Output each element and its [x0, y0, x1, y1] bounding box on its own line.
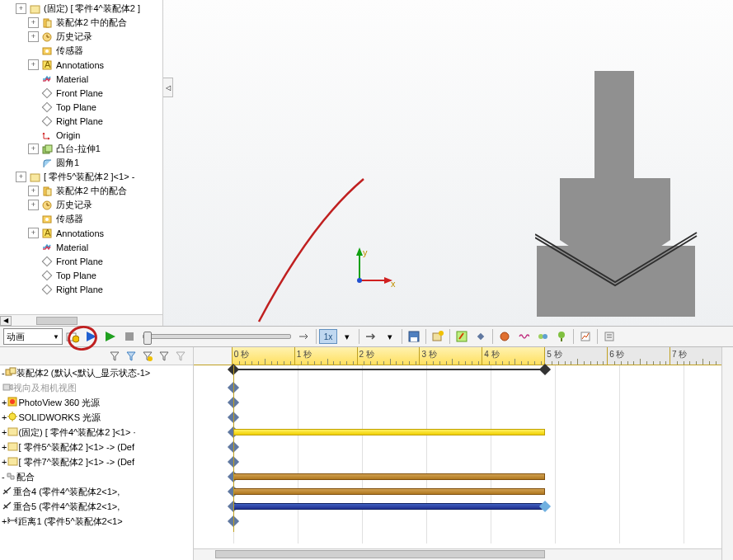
- tree-item[interactable]: Right Plane: [0, 282, 162, 296]
- tree-item[interactable]: +(固定) [ 零件4^装配体2 ]: [0, 2, 162, 16]
- tree-item[interactable]: Front Plane: [0, 254, 162, 268]
- autokey-button[interactable]: [453, 327, 471, 346]
- timeline-v-scrollbar[interactable]: [721, 347, 733, 560]
- motion-tree-item[interactable]: 视向及相机视图: [0, 380, 193, 395]
- tree-item[interactable]: Material: [0, 240, 162, 254]
- study-type-combo[interactable]: 动画▼: [3, 328, 63, 345]
- expand-icon[interactable]: +: [28, 200, 39, 210]
- tree-item[interactable]: 传感器: [0, 44, 162, 58]
- tree-item[interactable]: 圆角1: [0, 156, 162, 170]
- filter-sel-icon[interactable]: [157, 349, 172, 364]
- loop-dd-button[interactable]: ▾: [381, 327, 399, 346]
- timeline-bar[interactable]: [233, 473, 545, 480]
- addkey-button[interactable]: [472, 327, 490, 346]
- animation-wizard-button[interactable]: [429, 327, 447, 346]
- svg-rect-62: [8, 443, 17, 450]
- motion-tree-item[interactable]: 重合4 (零件4^装配体2<1>,: [0, 484, 193, 499]
- motion-tree-item[interactable]: +[ 零件7^装配体2 ]<1> -> (Def: [0, 454, 193, 469]
- 3d-viewport[interactable]: ◁ y x: [163, 0, 733, 326]
- ruler-segment[interactable]: 1 秒: [295, 347, 358, 365]
- loop-button[interactable]: [362, 327, 380, 346]
- timeline-row[interactable]: [194, 425, 733, 440]
- motion-tree-item[interactable]: +[ 零件5^装配体2 ]<1> -> (Def: [0, 440, 193, 454]
- tree-item[interactable]: Top Plane: [0, 268, 162, 282]
- play-button[interactable]: [101, 327, 120, 346]
- motion-tree-item[interactable]: +(固定) [ 零件4^装配体2 ]<1> ·: [0, 425, 193, 440]
- tree-item[interactable]: 传感器: [0, 212, 162, 226]
- pane-collapse-handle[interactable]: ◁: [163, 78, 173, 97]
- expand-icon[interactable]: +: [28, 17, 39, 28]
- tree-item[interactable]: +凸台-拉伸1: [0, 142, 162, 156]
- ruler-segment[interactable]: 5 秒: [545, 347, 608, 365]
- save-animation-button[interactable]: [405, 327, 423, 346]
- ruler-segment[interactable]: 6 秒: [608, 347, 670, 365]
- stop-button[interactable]: [120, 327, 139, 346]
- timeline-row[interactable]: [194, 395, 733, 410]
- speed-indicator[interactable]: 1x: [319, 329, 337, 344]
- ruler-segment[interactable]: 2 秒: [358, 347, 421, 365]
- scroll-thumb[interactable]: [36, 317, 78, 325]
- motion-wizard-button[interactable]: [63, 327, 82, 346]
- tree-item[interactable]: +[ 零件5^装配体2 ]<1> -: [0, 170, 162, 184]
- motion-tree-item[interactable]: -装配体2 (默认<默认_显示状态-1>: [0, 365, 193, 380]
- calculate-button[interactable]: [82, 327, 101, 346]
- tree-item[interactable]: +AAnnotations: [0, 58, 162, 72]
- tree-item[interactable]: +AAnnotations: [0, 226, 162, 240]
- playback-mode-button[interactable]: [295, 327, 313, 346]
- ruler-segment[interactable]: 0 秒: [233, 347, 295, 365]
- timeline-row[interactable]: [194, 380, 733, 395]
- ruler-segment[interactable]: 3 秒: [420, 347, 482, 365]
- tree-item[interactable]: +历史记录: [0, 30, 162, 44]
- timeline-row[interactable]: [194, 469, 733, 484]
- expand-icon[interactable]: +: [28, 228, 39, 238]
- tree-item[interactable]: Right Plane: [0, 114, 162, 128]
- expand-icon[interactable]: +: [28, 59, 39, 70]
- timeline-bar[interactable]: [233, 488, 545, 495]
- expand-icon[interactable]: +: [28, 31, 39, 42]
- motion-tree-item[interactable]: -配合: [0, 469, 193, 484]
- gravity-button[interactable]: [552, 327, 571, 346]
- timeline-row[interactable]: [194, 484, 733, 499]
- motor-button[interactable]: [496, 327, 514, 346]
- results-button[interactable]: [576, 327, 594, 346]
- tree-item[interactable]: +装配体2 中的配合: [0, 184, 162, 198]
- contact-button[interactable]: [533, 327, 552, 346]
- expand-icon[interactable]: +: [28, 186, 39, 196]
- tree-item[interactable]: Material: [0, 72, 162, 86]
- time-slider[interactable]: [143, 334, 291, 339]
- filter-anim-icon[interactable]: [124, 349, 139, 364]
- timeline-row[interactable]: [194, 440, 733, 454]
- svg-rect-24: [594, 71, 634, 178]
- tree-item[interactable]: +历史记录: [0, 198, 162, 212]
- timeline-row[interactable]: [194, 410, 733, 425]
- tree-item[interactable]: Front Plane: [0, 86, 162, 100]
- tree-item[interactable]: +装配体2 中的配合: [0, 16, 162, 30]
- speed-down-button[interactable]: ▾: [338, 327, 356, 346]
- motion-tree-item[interactable]: 重合5 (零件4^装配体2<1>,: [0, 499, 193, 514]
- scroll-left-icon[interactable]: ◀: [0, 316, 12, 326]
- motion-tree-item[interactable]: +SOLIDWORKS 光源: [0, 410, 193, 425]
- tree-h-scrollbar[interactable]: ◀: [0, 314, 162, 326]
- motion-tree-item[interactable]: +距离1 (零件5^装配体2<1>: [0, 514, 193, 529]
- filter-res-icon[interactable]: [173, 349, 188, 364]
- filter-driven-icon[interactable]: [140, 349, 155, 364]
- settings-button[interactable]: [600, 327, 618, 346]
- timeline-row[interactable]: [194, 514, 733, 529]
- ruler-segment[interactable]: 4 秒: [482, 347, 545, 365]
- motion-tree-item[interactable]: +PhotoView 360 光源: [0, 395, 193, 410]
- timeline-bar[interactable]: [233, 429, 545, 435]
- motion-tree-label: (固定) [ 零件4^装配体2 ]<1> ·: [18, 426, 135, 439]
- timeline-bar[interactable]: [233, 503, 545, 510]
- filter-icon[interactable]: [107, 349, 122, 364]
- time-ruler[interactable]: 0 秒1 秒2 秒3 秒4 秒5 秒6 秒7 秒: [194, 347, 733, 365]
- expand-icon[interactable]: +: [16, 3, 26, 14]
- spring-button[interactable]: [515, 327, 533, 346]
- expand-icon[interactable]: +: [28, 144, 39, 154]
- expand-icon[interactable]: +: [16, 172, 26, 182]
- timeline-row[interactable]: [194, 499, 733, 514]
- timeline-h-scrollbar[interactable]: [194, 548, 721, 560]
- tree-item[interactable]: Top Plane: [0, 100, 162, 114]
- svg-rect-10: [42, 116, 51, 125]
- tree-item[interactable]: Origin: [0, 128, 162, 142]
- timeline-row[interactable]: [194, 454, 733, 469]
